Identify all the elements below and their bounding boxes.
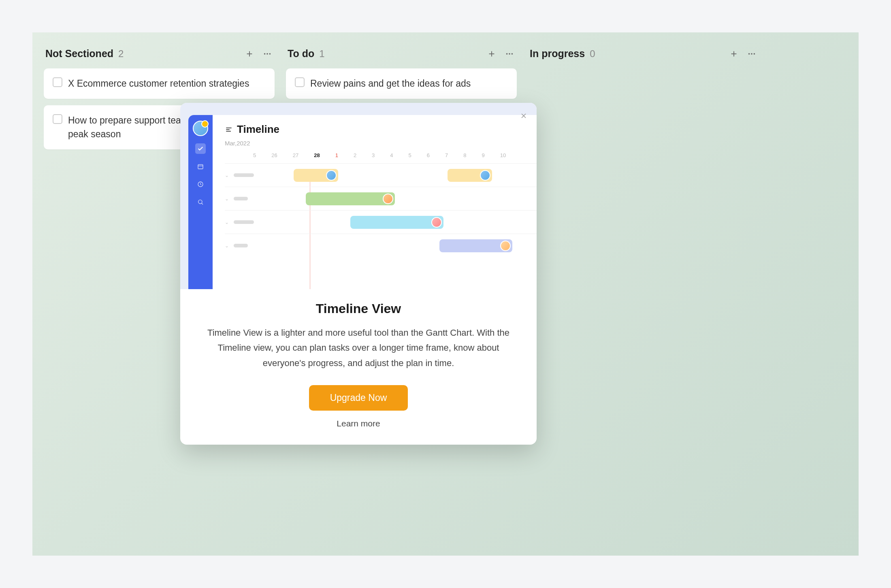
add-task-button[interactable] xyxy=(244,48,255,60)
learn-more-link[interactable]: Learn more xyxy=(200,419,516,428)
gantt-bar xyxy=(448,169,492,182)
column-count: 0 xyxy=(590,48,595,60)
svg-point-3 xyxy=(266,53,268,55)
column-title: To do xyxy=(288,48,314,60)
modal-description: Timeline View is a lighter and more usef… xyxy=(200,325,516,371)
column-title: In progress xyxy=(530,48,585,60)
svg-line-21 xyxy=(202,203,203,205)
task-checkbox[interactable] xyxy=(53,114,62,124)
column-menu-button[interactable] xyxy=(262,48,273,60)
gantt-bar xyxy=(350,216,443,229)
column-count: 1 xyxy=(319,48,324,60)
upgrade-now-button[interactable]: Upgrade Now xyxy=(309,385,408,411)
task-title: Review pains and get the ideas for ads xyxy=(310,77,471,91)
column-in-progress: In progress 0 xyxy=(528,44,759,544)
task-title: X Ecommerce customer retention strategie… xyxy=(68,77,249,91)
svg-point-7 xyxy=(506,53,508,55)
timeline-upgrade-modal: Timeline Mar,2022 5 26 27 28 1 2 3 4 5 6… xyxy=(180,103,537,445)
search-icon xyxy=(195,197,206,207)
chevron-down-icon: ⌄ xyxy=(225,243,230,249)
task-card[interactable]: Review pains and get the ideas for ads xyxy=(286,68,517,99)
gantt-bar xyxy=(294,169,338,182)
task-checkbox[interactable] xyxy=(295,77,305,87)
svg-point-20 xyxy=(198,200,202,204)
timeline-illustration: Timeline Mar,2022 5 26 27 28 1 2 3 4 5 6… xyxy=(180,103,537,289)
column-menu-button[interactable] xyxy=(504,48,515,60)
column-count: 2 xyxy=(118,48,124,60)
chevron-down-icon: ⌄ xyxy=(225,219,230,225)
svg-rect-17 xyxy=(198,164,203,169)
svg-point-12 xyxy=(748,53,750,55)
chevron-down-icon: ⌄ xyxy=(225,196,230,202)
illus-title: Timeline xyxy=(237,123,279,136)
svg-point-8 xyxy=(509,53,510,55)
svg-point-14 xyxy=(754,53,755,55)
avatar xyxy=(193,121,208,136)
gantt-bar xyxy=(439,239,512,252)
task-checkbox[interactable] xyxy=(53,77,62,87)
svg-point-2 xyxy=(264,53,266,55)
svg-point-4 xyxy=(269,53,271,55)
calendar-icon xyxy=(195,161,206,172)
check-icon xyxy=(195,143,206,154)
chevron-down-icon: ⌄ xyxy=(225,173,230,178)
add-task-button[interactable] xyxy=(728,48,740,60)
column-title: Not Sectioned xyxy=(45,48,113,60)
modal-title: Timeline View xyxy=(200,301,516,316)
add-task-button[interactable] xyxy=(486,48,497,60)
illus-date-label: Mar,2022 xyxy=(225,140,537,147)
svg-point-9 xyxy=(512,53,513,55)
illus-date-axis: 5 26 27 28 1 2 3 4 5 6 7 8 9 10 xyxy=(225,152,537,158)
task-card[interactable]: X Ecommerce customer retention strategie… xyxy=(44,68,275,99)
column-menu-button[interactable] xyxy=(746,48,757,60)
close-icon[interactable] xyxy=(517,109,530,122)
clock-icon xyxy=(195,179,206,190)
svg-point-13 xyxy=(751,53,752,55)
gantt-bar xyxy=(306,192,395,205)
timeline-icon xyxy=(225,126,233,134)
